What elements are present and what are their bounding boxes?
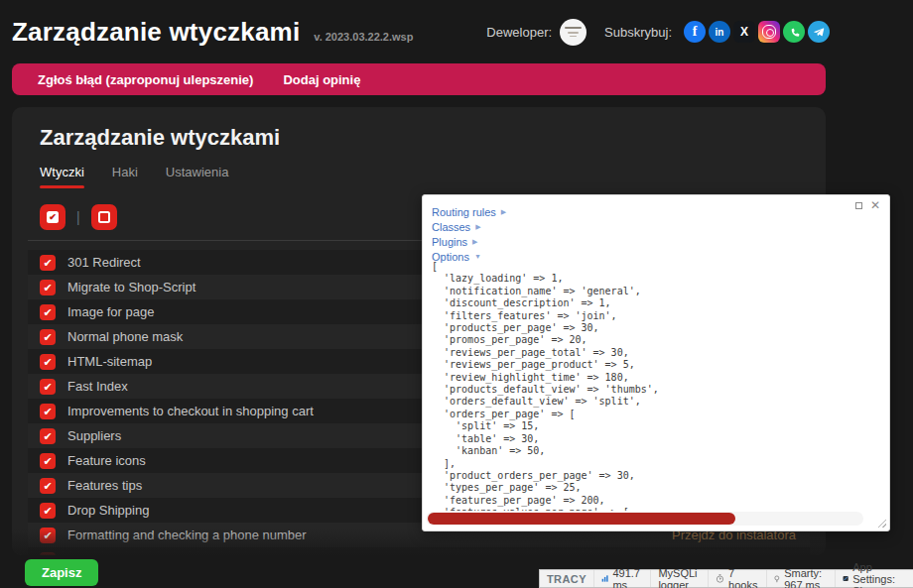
social-icons: finX (684, 21, 830, 43)
subscribe-label: Subskrybuj: (604, 25, 672, 40)
tab-haki[interactable]: Haki (112, 165, 138, 188)
plugin-checkbox-checked-icon[interactable]: ✔ (40, 503, 56, 519)
toggle-arrow-icon: ▼ (474, 253, 481, 260)
detach-window-icon[interactable] (855, 202, 862, 209)
mysqli-logger-item[interactable]: MySQLi logger (650, 570, 708, 587)
panel-section-plugins[interactable]: Plugins▶ (432, 234, 506, 249)
plugin-name: Formatting and checking a phone number (67, 528, 307, 542)
app-settings-item[interactable]: App Settings: Shop (835, 570, 913, 587)
card-title: Zarządzanie wtyczkami (40, 125, 810, 151)
toggle-arrow-icon: ▶ (501, 208, 506, 216)
panel-controls: ✕ (855, 201, 880, 209)
header-right: Deweloper: Subskrybuj: finX (486, 0, 830, 63)
report-bug-link[interactable]: Zgłoś błąd (zaproponuj ulepszenie) (38, 72, 253, 87)
plugin-name: Suppliers (67, 428, 121, 443)
panel-section-routing-rules[interactable]: Routing rules▶ (432, 204, 506, 219)
plugin-checkbox-checked-icon[interactable]: ✔ (40, 354, 56, 370)
horizontal-scrollbar[interactable] (426, 512, 863, 526)
developer-logo[interactable] (560, 19, 587, 46)
deselect-all-button[interactable] (91, 204, 117, 230)
resize-handle-icon[interactable] (875, 517, 886, 528)
plugin-name: Drop Shipping (67, 503, 149, 518)
bar-chart-icon (601, 573, 609, 584)
plugin-name: Image for page (67, 304, 154, 319)
close-icon[interactable]: ✕ (870, 201, 880, 209)
app-settings-icon (843, 573, 848, 584)
plugin-checkbox-checked-icon[interactable]: ✔ (40, 404, 56, 419)
installer-link[interactable]: Przejdź do instalatora (672, 552, 796, 555)
tracy-brand[interactable]: TRACY (540, 570, 593, 587)
request-time-item[interactable]: 491.7 ms (593, 570, 651, 587)
plugin-name: Improvements to checkout in shopping car… (67, 404, 314, 418)
add-review-link[interactable]: Dodaj opinię (283, 72, 360, 87)
plugin-name: Fast Index (67, 379, 128, 394)
app-version: v. 2023.03.22.2.wsp (314, 31, 413, 43)
plugin-checkbox-checked-icon[interactable]: ✔ (40, 528, 56, 543)
plugin-checkbox-checked-icon[interactable]: ✔ (40, 428, 56, 444)
linkedin-icon[interactable]: in (709, 21, 730, 43)
telegram-icon[interactable] (808, 21, 830, 43)
plugin-checkbox-checked-icon[interactable]: ✔ (40, 255, 56, 271)
app-header: Zarządzanie wtyczkami v. 2023.03.22.2.ws… (12, 0, 913, 63)
debug-panel: ✕ Routing rules▶Classes▶Plugins▶Options▼… (422, 194, 890, 531)
plugin-checkbox-checked-icon[interactable]: ✔ (40, 280, 56, 295)
clock-icon (716, 573, 724, 584)
tab-wtyczki[interactable]: Wtyczki (40, 165, 84, 188)
plugin-name: Personalized buyer discount (67, 552, 229, 555)
instagram-icon[interactable] (758, 21, 780, 43)
toggle-arrow-icon: ▶ (472, 238, 477, 246)
plugin-name: 301 Redirect (67, 255, 141, 270)
toolbar-divider: | (76, 209, 80, 225)
tabs: WtyczkiHakiUstawienia (40, 165, 810, 188)
panel-section-classes[interactable]: Classes▶ (432, 219, 506, 234)
plugin-checkbox-checked-icon[interactable]: ✔ (40, 304, 56, 320)
plugin-checkbox-checked-icon[interactable]: ✔ (40, 379, 56, 395)
plugin-name: Migrate to Shop-Script (67, 280, 196, 294)
facebook-icon[interactable]: f (684, 21, 706, 43)
toggle-arrow-icon: ▶ (475, 223, 480, 231)
plugin-checkbox-checked-icon[interactable]: ✔ (40, 329, 56, 345)
tracy-status-bar: TRACY 491.7 ms MySQLi logger 7 hooks Sma… (539, 569, 913, 588)
plugin-name: Features tips (67, 478, 142, 493)
developer-label: Deweloper: (486, 25, 552, 40)
unchecked-checkbox-icon (98, 211, 110, 223)
select-all-button[interactable]: ✔ (40, 204, 65, 230)
save-button[interactable]: Zapisz (25, 559, 98, 586)
smarty-item[interactable]: Smarty: 967 ms (766, 570, 834, 587)
action-bar: Zgłoś błąd (zaproponuj ulepszenie) Dodaj… (12, 63, 826, 95)
panel-section-label: Routing rules (432, 206, 496, 218)
panel-sections: Routing rules▶Classes▶Plugins▶Options▼ (432, 204, 506, 264)
checked-checkbox-icon: ✔ (47, 211, 59, 223)
plugin-row: ✔Personalized buyer discountPrzejdź do i… (28, 547, 810, 555)
plugin-checkbox-checked-icon[interactable]: ✔ (40, 453, 56, 469)
plugin-name: Normal phone mask (67, 329, 183, 344)
panel-section-label: Classes (432, 221, 470, 233)
scrollbar-thumb[interactable] (428, 513, 735, 525)
tab-ustawienia[interactable]: Ustawienia (166, 165, 229, 188)
plugin-checkbox-checked-icon[interactable]: ✔ (40, 552, 56, 556)
whatsapp-icon[interactable] (783, 21, 805, 43)
plugin-name: HTML-sitemap (67, 354, 152, 369)
lightbulb-icon (774, 573, 780, 585)
x-icon[interactable]: X (733, 21, 755, 43)
panel-section-label: Plugins (432, 236, 467, 248)
options-code-block: [ 'lazy_loading' => 1, 'notification_nam… (432, 261, 881, 511)
plugin-name: Feature icons (67, 453, 146, 468)
plugin-checkbox-checked-icon[interactable]: ✔ (40, 478, 56, 494)
app-title: Zarządzanie wtyczkami (12, 17, 300, 48)
page: Zarządzanie wtyczkami v. 2023.03.22.2.ws… (0, 0, 913, 588)
hooks-item[interactable]: 7 hooks (708, 570, 766, 587)
